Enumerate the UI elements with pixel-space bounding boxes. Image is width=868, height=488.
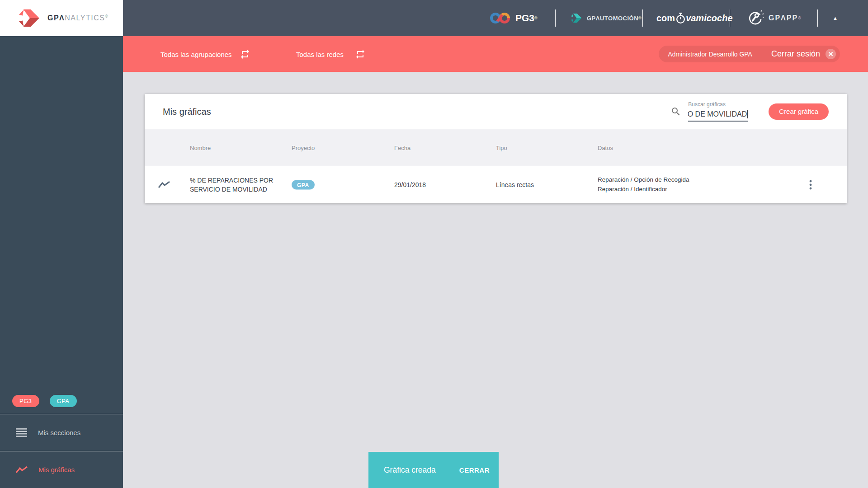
swap-icon bbox=[240, 49, 250, 60]
pg3-logo[interactable]: PG3® bbox=[490, 0, 538, 36]
logout-label: Cerrar sesión bbox=[771, 49, 820, 59]
column-header-nombre: Nombre bbox=[190, 144, 211, 151]
sidebar-item-mis-graficas[interactable]: Mis gráficas bbox=[0, 451, 123, 488]
pg3-label: PG3 bbox=[515, 13, 534, 23]
brand-gpa-text: GPΛ bbox=[47, 14, 65, 22]
cell-fecha: 29/01/2018 bbox=[394, 181, 426, 188]
card-header: Mis gráficas Buscar gráficas O DE MOVILI… bbox=[145, 94, 847, 129]
sidebar-bottom: PG3 GPA Mis secciones Mis grá bbox=[0, 395, 123, 488]
line-chart-icon bbox=[16, 466, 28, 474]
stopwatch-icon bbox=[676, 13, 685, 24]
row-menu-button[interactable] bbox=[802, 177, 819, 193]
menu-icon bbox=[16, 428, 27, 437]
cell-nombre: % DE REPARACIONES POR SERVICIO DE MOVILI… bbox=[190, 176, 280, 194]
search-input-label: Buscar gráficas bbox=[688, 101, 748, 108]
gpapp-registered-mark: ® bbox=[798, 16, 801, 20]
brand-wordmark: GPΛNALYTICS® bbox=[47, 14, 109, 22]
line-chart-icon bbox=[158, 181, 170, 189]
column-header-tipo: Tipo bbox=[496, 144, 507, 151]
search-input-value: O DE MOVILIDAD bbox=[688, 110, 747, 118]
comprova-prefix: com bbox=[656, 13, 675, 23]
sidebar: PG3 GPA Mis secciones Mis grá bbox=[0, 36, 123, 488]
top-header: GPΛNALYTICS® PG3® GPΛUTOMOCIÓN® bbox=[0, 0, 868, 36]
datos-line: Reparación / Opción de Recogida bbox=[598, 175, 689, 185]
column-header-proyecto: Proyecto bbox=[292, 144, 315, 151]
networks-filter-label[interactable]: Todas las redes bbox=[296, 50, 344, 58]
brand-registered-mark: ® bbox=[105, 14, 108, 19]
sidebar-item-mis-secciones[interactable]: Mis secciones bbox=[0, 414, 123, 451]
triangle-up-icon: ▲ bbox=[833, 15, 838, 21]
table-row[interactable]: % DE REPARACIONES POR SERVICIO DE MOVILI… bbox=[145, 166, 847, 203]
datos-line: Reparación / Identificador bbox=[598, 185, 689, 194]
header-divider bbox=[642, 9, 643, 27]
close-circle-icon bbox=[826, 49, 836, 59]
filter-bar: Todas las agrupaciones Todas las redes A… bbox=[123, 36, 868, 72]
gpautomocion-arrow-icon bbox=[571, 12, 583, 24]
pg3-registered-mark: ® bbox=[534, 16, 538, 20]
header-divider bbox=[817, 9, 818, 27]
cell-tipo: Líneas rectas bbox=[496, 181, 534, 188]
gpautomocion-logo[interactable]: GPΛUTOMOCIÓN® bbox=[571, 0, 642, 36]
sidebar-item-label: Mis secciones bbox=[38, 429, 80, 436]
main-content: Mis gráficas Buscar gráficas O DE MOVILI… bbox=[123, 72, 868, 488]
collapse-header-button[interactable]: ▲ bbox=[828, 0, 842, 36]
sidebar-badges: PG3 GPA bbox=[0, 395, 123, 414]
swap-groupings-button[interactable] bbox=[240, 49, 250, 60]
project-badge: GPA bbox=[292, 180, 315, 190]
logout-button[interactable]: Cerrar sesión bbox=[771, 49, 836, 59]
charts-card: Mis gráficas Buscar gráficas O DE MOVILI… bbox=[145, 94, 847, 203]
search-input-valuewrap: O DE MOVILIDAD bbox=[688, 110, 748, 122]
header-divider bbox=[730, 9, 730, 27]
gpa-badge[interactable]: GPA bbox=[50, 395, 77, 407]
comprova-suffix: vamicoche bbox=[686, 13, 732, 23]
sidebar-item-label: Mis gráficas bbox=[38, 466, 75, 474]
groupings-filter-label[interactable]: Todas las agrupaciones bbox=[160, 50, 232, 58]
kebab-icon bbox=[809, 180, 812, 190]
page-title: Mis gráficas bbox=[163, 106, 211, 117]
gpa-analytics-arrow-icon bbox=[18, 7, 42, 29]
user-session-pill: Administrador Desarrollo GPA Cerrar sesi… bbox=[659, 46, 840, 62]
gpapp-wrench-icon bbox=[747, 9, 764, 27]
search-area: Buscar gráficas O DE MOVILIDAD Crear grá… bbox=[670, 94, 829, 129]
cell-proyecto: GPA bbox=[292, 180, 315, 190]
toast-close-button[interactable]: CERRAR bbox=[456, 464, 493, 477]
column-header-fecha: Fecha bbox=[394, 144, 410, 151]
text-caret bbox=[747, 110, 748, 118]
pg3-badge[interactable]: PG3 bbox=[12, 395, 39, 407]
swap-networks-button[interactable] bbox=[355, 49, 366, 60]
column-header-datos: Datos bbox=[598, 144, 613, 151]
toast-message: Gráfica creada bbox=[384, 465, 436, 475]
gpautomocion-registered-mark: ® bbox=[638, 16, 642, 20]
swap-icon bbox=[355, 49, 366, 60]
search-icon[interactable] bbox=[670, 106, 681, 117]
toast-snackbar: Gráfica creada CERRAR bbox=[368, 452, 499, 488]
gpapp-label: GPΛPP bbox=[769, 14, 798, 22]
user-name: Administrador Desarrollo GPA bbox=[668, 51, 752, 58]
gpautomocion-label: GPΛUTOMOCIÓN bbox=[587, 15, 638, 22]
create-chart-button[interactable]: Crear gráfica bbox=[769, 103, 829, 120]
search-input[interactable]: Buscar gráficas O DE MOVILIDAD bbox=[688, 101, 748, 122]
cell-datos: Reparación / Opción de Recogida Reparaci… bbox=[598, 175, 689, 194]
gpapp-logo[interactable]: GPΛPP® bbox=[747, 0, 801, 36]
comprovamicoche-logo[interactable]: com vamicoche bbox=[656, 0, 733, 36]
table-header: Nombre Proyecto Fecha Tipo Datos bbox=[145, 129, 847, 166]
header-divider bbox=[555, 9, 556, 27]
pg3-infinity-icon bbox=[490, 11, 510, 25]
brand-analytics-text: NALYTICS bbox=[65, 14, 105, 22]
gpa-analytics-logo: GPΛNALYTICS® bbox=[0, 0, 123, 36]
